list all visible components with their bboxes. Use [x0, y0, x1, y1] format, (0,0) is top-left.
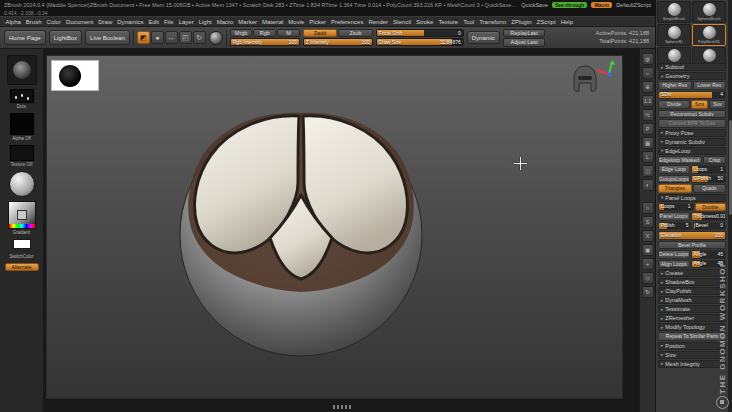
- sculpt-model[interactable]: [46, 55, 623, 399]
- solo-icon[interactable]: S: [642, 216, 654, 228]
- smt-button[interactable]: Smt: [691, 100, 708, 109]
- section-zremesher[interactable]: ▸ZRemesher: [658, 314, 726, 322]
- local-symmetry-icon[interactable]: ◫: [642, 165, 654, 177]
- focal-shift-slider[interactable]: Focal Shift 0: [376, 29, 464, 37]
- scale-3d-icon[interactable]: ◇: [642, 272, 654, 284]
- scroll-icon[interactable]: ⇔: [642, 67, 654, 79]
- menu-stencil[interactable]: Stencil: [391, 18, 414, 26]
- texture-picker[interactable]: Texture Off: [10, 145, 34, 167]
- double-button[interactable]: Double: [695, 203, 727, 212]
- section-tessimate[interactable]: ▸Tessimate: [658, 305, 726, 313]
- menu-material[interactable]: Material: [260, 18, 286, 26]
- section-modify-topology[interactable]: ▸Modify Topology: [658, 323, 726, 331]
- lower-res-button[interactable]: Lower Res: [693, 81, 727, 90]
- menu-alpha[interactable]: Alpha: [3, 18, 23, 26]
- stroke-alpha-preview[interactable]: [51, 60, 99, 91]
- tool-thumbnail-sphere3d[interactable]: Sphere3D: [657, 24, 691, 46]
- home-page-button[interactable]: Home Page: [4, 30, 46, 45]
- menu-tool[interactable]: Tool: [461, 18, 477, 26]
- menu-brush[interactable]: Brush: [23, 18, 44, 26]
- angle-slider[interactable]: Angle45: [691, 250, 727, 259]
- convert-bpr-to-geo-button[interactable]: Convert BPR To Geo: [658, 119, 726, 128]
- section-proxy-pose[interactable]: ▸Proxy Pose: [658, 129, 726, 137]
- orientation-gizmo[interactable]: [595, 59, 621, 89]
- xpose-icon[interactable]: X: [642, 230, 654, 242]
- color-picker-gradient[interactable]: [8, 201, 36, 229]
- section-crease[interactable]: ▸Crease: [658, 269, 726, 277]
- menu-macro[interactable]: Macro: [214, 18, 236, 26]
- menu-texture[interactable]: Texture: [436, 18, 461, 26]
- menu-edit[interactable]: Edit: [146, 18, 161, 26]
- move-3d-icon[interactable]: +: [642, 258, 654, 270]
- menu-transform[interactable]: Transform: [477, 18, 509, 26]
- reconstruct-subdiv-button[interactable]: Reconstruct Subdiv: [658, 110, 726, 119]
- actual-size-icon[interactable]: 1:1: [642, 95, 654, 107]
- transparency-icon[interactable]: ◐: [642, 179, 654, 191]
- section-dynamesh[interactable]: ▸DynaMesh: [658, 296, 726, 304]
- switch-color-button[interactable]: SwitchColor: [9, 254, 33, 259]
- color-picker-inner-swatch[interactable]: [17, 210, 27, 220]
- quicksave-button[interactable]: QuickSave: [521, 2, 548, 8]
- move-mode-icon[interactable]: ↔: [165, 31, 178, 44]
- replay-last-button[interactable]: ReplayLast: [503, 29, 545, 38]
- tool-thumbnail-simplebrush[interactable]: SimpleBrush: [657, 1, 691, 23]
- section-position[interactable]: ▸Position: [658, 342, 726, 350]
- polish-slider[interactable]: Polish5: [658, 222, 692, 231]
- bpr-render-icon[interactable]: ◍: [642, 53, 654, 65]
- aa-half-icon[interactable]: ½: [642, 109, 654, 121]
- edge-loop-button[interactable]: Edge Loop: [658, 165, 690, 174]
- menu-help[interactable]: Help: [558, 18, 575, 26]
- zadd-button[interactable]: Zadd: [303, 29, 338, 37]
- section-edgeloop[interactable]: ▾EdgeLoop: [658, 147, 726, 155]
- groupsloops-button[interactable]: GroupsLoops: [658, 175, 690, 184]
- m-button[interactable]: M: [277, 29, 300, 37]
- menu-draw[interactable]: Draw: [96, 18, 115, 26]
- section-subtool[interactable]: ▸Subtool: [658, 63, 726, 71]
- scale-mode-icon[interactable]: ◰: [179, 31, 192, 44]
- menu-layer[interactable]: Layer: [176, 18, 196, 26]
- higher-res-button[interactable]: Higher Res: [658, 81, 692, 90]
- lightbox-button[interactable]: LightBox: [49, 30, 82, 45]
- gpolish-slider[interactable]: GPolish50: [691, 175, 727, 184]
- menu-stroke[interactable]: Stroke: [414, 18, 436, 26]
- elevation-slider[interactable]: Elevation100: [658, 231, 726, 240]
- floor-grid-icon[interactable]: ▦: [642, 137, 654, 149]
- rgb-button[interactable]: Rgb: [253, 29, 276, 37]
- frame-icon[interactable]: ▣: [642, 244, 654, 256]
- menu-file[interactable]: File: [161, 18, 176, 26]
- section-mesh-integrity[interactable]: ▸Mesh Integrity: [658, 360, 726, 368]
- edit-mode-icon[interactable]: ◩: [137, 31, 150, 44]
- section-claypolish[interactable]: ▸ClayPolish: [658, 287, 726, 295]
- rotate-mode-icon[interactable]: ↻: [193, 31, 206, 44]
- section-size[interactable]: ▸Size: [658, 351, 726, 359]
- persp-icon[interactable]: P: [642, 123, 654, 135]
- stroke-picker[interactable]: Dots: [10, 89, 34, 109]
- angle-slider[interactable]: Angle45: [691, 260, 727, 269]
- triangles-button[interactable]: Triangles: [658, 184, 692, 193]
- loops-slider[interactable]: Loops1: [658, 203, 694, 212]
- suv-button[interactable]: Suv: [709, 100, 726, 109]
- tool-panel-scrollbar[interactable]: [728, 0, 732, 412]
- repeat-to-similar-parts-button[interactable]: Repeat To Similar Parts: [658, 332, 726, 341]
- hue-strip[interactable]: [9, 224, 35, 228]
- current-brush-icon[interactable]: [209, 31, 223, 45]
- quads-button[interactable]: Quads: [693, 184, 727, 193]
- see-through-button[interactable]: See-through: [552, 2, 587, 8]
- section-geometry[interactable]: ▾Geometry: [658, 72, 726, 80]
- zoom-icon[interactable]: ⊕: [642, 81, 654, 93]
- thickness-slider[interactable]: Thickness0.01: [691, 212, 727, 221]
- zsub-button[interactable]: Zsub: [338, 29, 373, 37]
- draw-mode-icon[interactable]: ●: [151, 31, 164, 44]
- tool-thumbnail-polymesh3d[interactable]: PolyMesh3D: [692, 24, 726, 46]
- rotate-3d-icon[interactable]: ↻: [642, 286, 654, 298]
- panel-loops-button[interactable]: Panel Loops: [658, 212, 690, 221]
- mrgb-button[interactable]: Mrgb: [230, 29, 253, 37]
- alternate-button[interactable]: Alternate: [5, 263, 39, 271]
- macro-badge[interactable]: Macro: [591, 2, 612, 8]
- edgeloop-masked-border-button[interactable]: Edgeloop Masked Border: [658, 156, 702, 165]
- scrollbar-thumb[interactable]: [729, 120, 732, 215]
- menu-zscript[interactable]: ZScript: [534, 18, 558, 26]
- material-picker[interactable]: [9, 171, 35, 197]
- menu-movie[interactable]: Movie: [286, 18, 307, 26]
- tool-thumbnail-spherebrush[interactable]: SphereBrush: [692, 1, 726, 23]
